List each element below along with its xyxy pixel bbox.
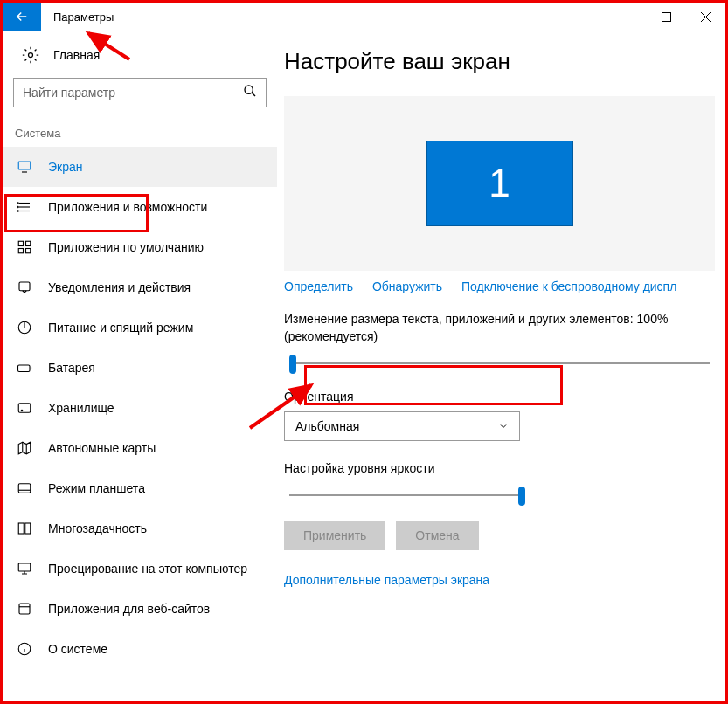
sidebar-item-label: Автономные карты bbox=[48, 441, 156, 455]
sidebar-item-label: Режим планшета bbox=[48, 481, 145, 495]
orientation-combo[interactable]: Альбомная bbox=[284, 411, 520, 441]
sidebar-home[interactable]: Главная bbox=[3, 46, 277, 78]
scale-slider[interactable] bbox=[284, 350, 715, 376]
maximize-button[interactable] bbox=[647, 4, 686, 29]
slider-track-b bbox=[289, 494, 523, 496]
svg-rect-17 bbox=[19, 282, 30, 291]
sidebar-home-label: Главная bbox=[53, 48, 100, 62]
window-controls bbox=[607, 3, 725, 31]
maps-icon bbox=[17, 440, 32, 456]
sidebar-item-label: Батарея bbox=[48, 361, 95, 375]
apply-button[interactable]: Применить bbox=[284, 521, 385, 550]
svg-point-11 bbox=[17, 206, 19, 208]
sidebar-item-label: Приложения и возможности bbox=[48, 200, 207, 214]
close-icon bbox=[701, 12, 711, 22]
search-icon bbox=[243, 84, 257, 101]
monitor-1[interactable]: 1 bbox=[426, 141, 573, 226]
chevron-down-icon bbox=[498, 421, 509, 431]
search-input[interactable] bbox=[23, 86, 257, 100]
sidebar-item-label: Приложения для веб-сайтов bbox=[48, 602, 210, 616]
apps-icon bbox=[17, 199, 32, 215]
display-icon bbox=[17, 159, 32, 175]
svg-rect-31 bbox=[19, 604, 30, 614]
tablet-icon bbox=[17, 480, 32, 496]
sidebar-section-label: Система bbox=[3, 118, 277, 147]
default-apps-icon bbox=[17, 239, 32, 255]
link-advanced-display[interactable]: Дополнительные параметры экрана bbox=[284, 573, 715, 587]
page-title: Настройте ваш экран bbox=[284, 48, 715, 75]
svg-point-3 bbox=[245, 86, 253, 93]
back-button[interactable] bbox=[3, 3, 41, 31]
sidebar-item-power[interactable]: Питание и спящий режим bbox=[3, 307, 277, 348]
sidebar-item-project[interactable]: Проецирование на этот компьютер bbox=[3, 549, 277, 589]
svg-point-2 bbox=[29, 53, 33, 58]
sidebar-item-storage[interactable]: Хранилище bbox=[3, 388, 277, 428]
about-icon bbox=[17, 641, 32, 657]
power-icon bbox=[17, 320, 32, 335]
link-wireless[interactable]: Подключение к беспроводному диспл bbox=[461, 280, 676, 293]
orientation-value: Альбомная bbox=[295, 419, 359, 433]
arrow-left-icon bbox=[14, 9, 30, 24]
slider-track bbox=[289, 362, 710, 364]
sidebar-item-label: Проецирование на этот компьютер bbox=[48, 562, 247, 576]
svg-point-12 bbox=[17, 211, 19, 212]
sidebar-item-default-apps[interactable]: Приложения по умолчанию bbox=[3, 227, 277, 267]
notifications-icon bbox=[17, 280, 32, 295]
web-apps-icon bbox=[17, 601, 32, 617]
orientation-label: Ориентация bbox=[284, 389, 715, 406]
slider-thumb-b[interactable] bbox=[518, 487, 525, 506]
link-identify[interactable]: Определить bbox=[284, 280, 353, 293]
maximize-icon bbox=[662, 12, 671, 22]
svg-rect-26 bbox=[18, 484, 31, 493]
brightness-label: Настройка уровня яркости bbox=[284, 460, 715, 478]
storage-icon bbox=[17, 400, 32, 416]
svg-rect-1 bbox=[662, 12, 671, 21]
link-detect[interactable]: Обнаружить bbox=[372, 280, 442, 293]
sidebar-item-battery[interactable]: Батарея bbox=[3, 348, 277, 388]
svg-rect-29 bbox=[25, 523, 31, 534]
svg-rect-20 bbox=[18, 365, 31, 372]
sidebar-item-label: О системе bbox=[48, 642, 107, 656]
cancel-button[interactable]: Отмена bbox=[396, 521, 478, 550]
svg-line-4 bbox=[252, 93, 255, 96]
sidebar-item-label: Экран bbox=[48, 160, 83, 174]
sidebar-item-label: Уведомления и действия bbox=[48, 280, 191, 294]
sidebar-item-label: Многозадачность bbox=[48, 521, 147, 535]
svg-point-10 bbox=[17, 203, 19, 204]
titlebar: Параметры bbox=[3, 3, 725, 31]
search-input-wrap[interactable] bbox=[13, 78, 267, 107]
sidebar-item-label: Приложения по умолчанию bbox=[48, 240, 204, 254]
battery-icon bbox=[17, 360, 32, 376]
svg-rect-5 bbox=[18, 162, 31, 169]
project-icon bbox=[17, 561, 32, 576]
svg-rect-15 bbox=[18, 249, 23, 253]
window-title: Параметры bbox=[41, 3, 607, 31]
sidebar-item-notifications[interactable]: Уведомления и действия bbox=[3, 267, 277, 307]
gear-icon bbox=[22, 46, 39, 64]
slider-thumb[interactable] bbox=[289, 355, 296, 374]
minimize-button[interactable] bbox=[607, 4, 647, 29]
sidebar-item-tablet[interactable]: Режим планшета bbox=[3, 468, 277, 508]
multitask-icon bbox=[17, 521, 32, 536]
sidebar-item-about[interactable]: О системе bbox=[3, 629, 277, 669]
close-button[interactable] bbox=[686, 4, 725, 29]
scale-label: Изменение размера текста, приложений и д… bbox=[284, 311, 715, 345]
svg-rect-30 bbox=[18, 563, 31, 571]
sidebar-item-multitask[interactable]: Многозадачность bbox=[3, 508, 277, 549]
svg-rect-22 bbox=[18, 404, 31, 413]
svg-rect-13 bbox=[18, 241, 23, 245]
sidebar-item-web-apps[interactable]: Приложения для веб-сайтов bbox=[3, 589, 277, 629]
brightness-slider[interactable] bbox=[284, 482, 529, 508]
sidebar-item-display[interactable]: Экран bbox=[3, 147, 277, 187]
sidebar-item-label: Хранилище bbox=[48, 401, 114, 415]
minimize-icon bbox=[622, 12, 632, 22]
svg-rect-16 bbox=[26, 249, 31, 253]
svg-rect-14 bbox=[26, 241, 31, 245]
content: Настройте ваш экран 1 Определить Обнаруж… bbox=[277, 31, 725, 701]
sidebar-item-label: Питание и спящий режим bbox=[48, 321, 193, 335]
svg-point-23 bbox=[21, 410, 23, 411]
svg-rect-28 bbox=[18, 523, 24, 534]
sidebar-item-maps[interactable]: Автономные карты bbox=[3, 428, 277, 468]
sidebar: Главная Система ЭкранПриложения и возмож… bbox=[3, 31, 277, 701]
sidebar-item-apps[interactable]: Приложения и возможности bbox=[3, 187, 277, 227]
